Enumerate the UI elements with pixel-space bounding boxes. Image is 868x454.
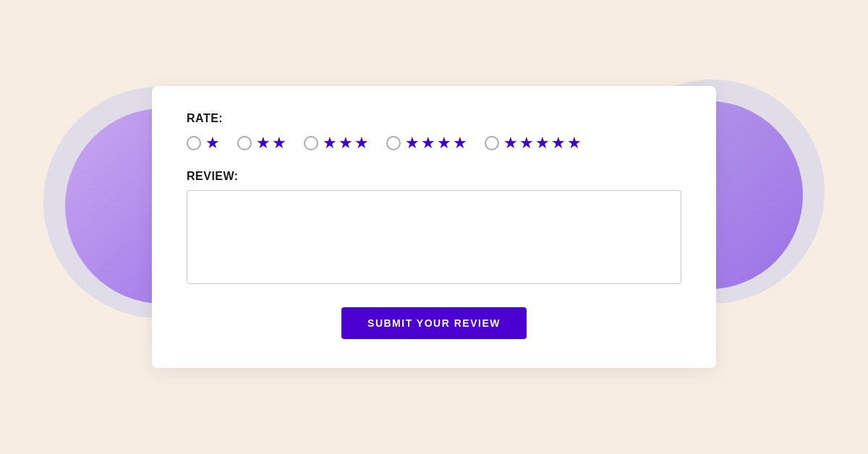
rating-option-5[interactable]: ★ ★ ★ ★ ★	[485, 135, 582, 151]
radio-circle-4	[386, 136, 401, 150]
star-icon: ★	[453, 135, 467, 151]
star-icon: ★	[354, 135, 369, 151]
star-icon: ★	[503, 135, 518, 151]
star-icon: ★	[339, 135, 353, 151]
rating-option-2[interactable]: ★ ★	[237, 135, 286, 151]
star-icon: ★	[551, 135, 566, 151]
star-icon: ★	[437, 135, 451, 151]
stars-2: ★ ★	[256, 135, 286, 151]
star-icon: ★	[405, 135, 420, 151]
submit-button-wrapper: SUBMIT YOUR REVIEW	[187, 307, 681, 339]
rate-label: RATE:	[187, 112, 681, 125]
star-rating-row: ★ ★ ★ ★ ★ ★ ★	[187, 135, 681, 151]
rating-option-3[interactable]: ★ ★ ★	[304, 135, 369, 151]
star-icon: ★	[421, 135, 435, 151]
review-card: RATE: ★ ★ ★ ★ ★ ★	[152, 86, 716, 368]
stars-4: ★ ★ ★ ★	[405, 135, 467, 151]
review-label: REVIEW:	[187, 170, 681, 183]
review-textarea[interactable]	[187, 190, 681, 284]
radio-circle-5	[485, 136, 499, 150]
rating-option-1[interactable]: ★	[187, 135, 220, 151]
stars-5: ★ ★ ★ ★ ★	[503, 135, 582, 151]
radio-circle-1	[187, 136, 201, 150]
stars-1: ★	[205, 135, 220, 151]
star-icon: ★	[256, 135, 271, 151]
rating-option-4[interactable]: ★ ★ ★ ★	[386, 135, 467, 151]
star-icon: ★	[567, 135, 582, 151]
radio-circle-3	[304, 136, 318, 150]
star-icon: ★	[519, 135, 534, 151]
star-icon: ★	[535, 135, 550, 151]
submit-button[interactable]: SUBMIT YOUR REVIEW	[341, 307, 527, 339]
star-icon: ★	[272, 135, 286, 151]
stars-3: ★ ★ ★	[323, 135, 369, 151]
radio-circle-2	[237, 136, 252, 150]
star-icon: ★	[205, 135, 220, 151]
star-icon: ★	[323, 135, 337, 151]
